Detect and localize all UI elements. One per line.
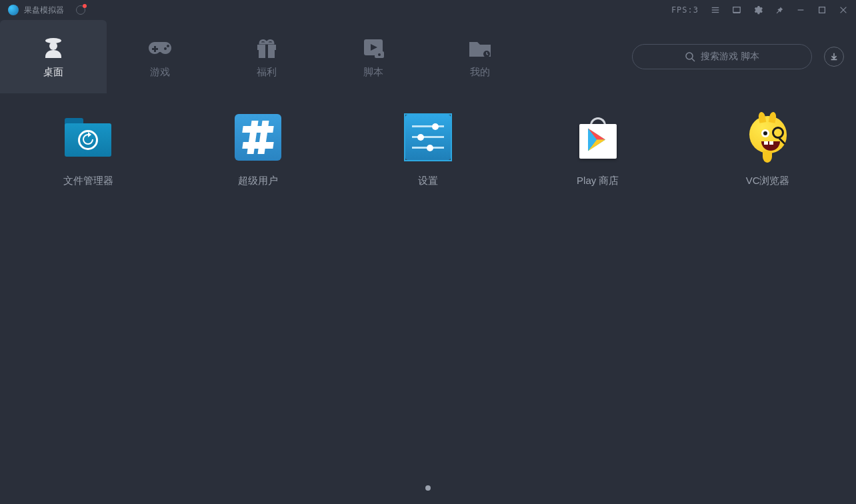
accelerate-icon[interactable] xyxy=(76,5,85,15)
my-folder-icon xyxy=(467,35,493,59)
search-placeholder: 搜索游戏 脚本 xyxy=(701,51,759,63)
header: 桌面 游戏 福利 脚本 我的 xyxy=(0,20,856,93)
svg-rect-13 xyxy=(265,45,268,58)
svg-point-19 xyxy=(686,53,693,59)
download-button[interactable] xyxy=(824,47,844,67)
minimize-icon[interactable] xyxy=(796,5,805,15)
tab-label: 桌面 xyxy=(43,66,63,79)
settings-gear-icon[interactable] xyxy=(753,5,763,15)
tab-mine[interactable]: 我的 xyxy=(427,20,533,93)
titlebar: 果盘模拟器 FPS:3 xyxy=(0,0,856,20)
app-play-store[interactable]: Play 商店 xyxy=(563,113,633,187)
tab-desktop[interactable]: 桌面 xyxy=(0,20,107,93)
desktop-area: 文件管理器 超级用户 设置 xyxy=(0,93,856,504)
settings-icon xyxy=(404,113,452,161)
svg-rect-3 xyxy=(733,7,741,13)
page-indicator xyxy=(425,485,431,491)
app-label: VC浏览器 xyxy=(746,175,790,187)
search-icon xyxy=(685,51,695,62)
search-input[interactable]: 搜索游戏 脚本 xyxy=(632,44,812,69)
tab-label: 脚本 xyxy=(363,66,383,79)
svg-rect-6 xyxy=(819,7,825,13)
download-icon xyxy=(829,52,839,61)
tab-label: 游戏 xyxy=(150,66,170,79)
play-store-icon xyxy=(574,113,622,161)
app-grid: 文件管理器 超级用户 设置 xyxy=(0,113,856,187)
tab-label: 福利 xyxy=(257,66,277,79)
script-icon xyxy=(360,35,387,59)
page-dot[interactable] xyxy=(425,485,431,491)
desktop-user-icon xyxy=(40,35,67,59)
fullscreen-icon[interactable] xyxy=(732,5,741,15)
svg-point-10 xyxy=(49,42,57,50)
app-logo-icon xyxy=(8,5,19,15)
app-superuser[interactable]: 超级用户 xyxy=(223,113,293,187)
app-title: 果盘模拟器 xyxy=(24,5,64,16)
svg-point-17 xyxy=(378,53,381,56)
list-view-icon[interactable] xyxy=(711,5,720,15)
svg-line-20 xyxy=(692,59,695,61)
file-manager-icon xyxy=(64,113,112,161)
app-settings[interactable]: 设置 xyxy=(393,113,463,187)
vc-browser-icon xyxy=(744,113,792,161)
pin-icon[interactable] xyxy=(775,5,784,15)
maximize-icon[interactable] xyxy=(817,5,827,15)
app-label: Play 商店 xyxy=(577,175,619,187)
tab-games[interactable]: 游戏 xyxy=(107,20,213,93)
gift-icon xyxy=(253,35,280,59)
tabs: 桌面 游戏 福利 脚本 我的 xyxy=(0,20,533,93)
fps-counter: FPS:3 xyxy=(671,5,699,15)
superuser-icon xyxy=(234,113,282,161)
close-icon[interactable] xyxy=(839,5,848,15)
app-label: 设置 xyxy=(418,175,438,187)
app-vc-browser[interactable]: VC浏览器 xyxy=(733,113,803,187)
tab-label: 我的 xyxy=(470,66,490,79)
app-label: 文件管理器 xyxy=(63,175,113,187)
tab-scripts[interactable]: 脚本 xyxy=(320,20,427,93)
tab-benefits[interactable]: 福利 xyxy=(213,20,320,93)
app-file-manager[interactable]: 文件管理器 xyxy=(53,113,123,187)
gamepad-icon xyxy=(147,35,173,59)
app-label: 超级用户 xyxy=(238,175,278,187)
